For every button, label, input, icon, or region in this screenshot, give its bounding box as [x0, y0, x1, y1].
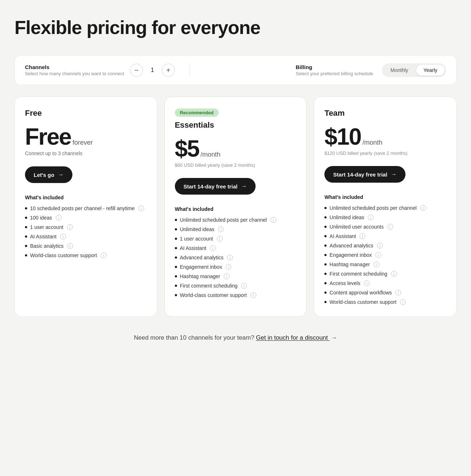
price-note-team: $120 USD billed yearly (save 2 months): [324, 150, 446, 156]
feature-bullet: [25, 235, 27, 238]
info-icon[interactable]: i: [391, 271, 397, 277]
info-icon[interactable]: i: [420, 205, 426, 211]
cta-button-essentials[interactable]: Start 14-day free trial →: [175, 178, 256, 195]
feature-text: AI Assistant: [30, 234, 56, 239]
info-icon[interactable]: i: [241, 283, 247, 289]
feature-item: 10 scheduled posts per channel - refill …: [25, 205, 147, 211]
quantity-value: 1: [149, 67, 156, 73]
feature-item: Unlimited scheduled posts per channel i: [175, 217, 297, 223]
feature-text: 1 user account: [30, 224, 63, 230]
info-icon[interactable]: i: [56, 215, 62, 221]
info-icon[interactable]: i: [364, 280, 370, 286]
feature-text: 100 ideas: [30, 215, 52, 221]
billing-controls: Channels Select how many channels you wa…: [14, 55, 457, 85]
feature-text: Engagement inbox: [180, 264, 222, 270]
feature-text: Engagement inbox: [329, 252, 372, 258]
plan-name-essentials: Essentials: [175, 120, 297, 130]
feature-item: First comment scheduling i: [175, 283, 297, 289]
plan-subtitle-free: Connect up to 3 channels: [25, 150, 147, 156]
feature-bullet: [175, 228, 177, 230]
feature-bullet: [324, 263, 327, 265]
features-title-essentials: What's included: [175, 206, 297, 212]
feature-item: Advanced analytics i: [324, 243, 446, 248]
price-suffix-free: forever: [72, 139, 93, 146]
info-icon[interactable]: i: [217, 236, 223, 242]
info-icon[interactable]: i: [374, 262, 379, 267]
feature-item: Hashtag manager i: [324, 262, 446, 267]
feature-bullet: [175, 256, 177, 259]
feature-bullet: [175, 275, 177, 277]
info-icon[interactable]: i: [67, 224, 73, 230]
yearly-toggle[interactable]: Yearly: [416, 65, 445, 76]
info-icon[interactable]: i: [368, 214, 374, 220]
info-icon[interactable]: i: [224, 273, 230, 279]
discount-link[interactable]: Get in touch for a discount: [256, 334, 329, 341]
feature-bullet: [324, 301, 327, 303]
cta-button-free[interactable]: Let's go →: [25, 166, 72, 183]
info-icon[interactable]: i: [251, 292, 256, 298]
feature-bullet: [175, 294, 177, 296]
feature-item: Unlimited scheduled posts per channel i: [324, 205, 446, 211]
price-suffix-essentials: /month: [201, 151, 220, 158]
feature-text: AI Assistant: [180, 245, 206, 251]
feature-text: First comment scheduling: [180, 283, 238, 289]
feature-item: World-class customer support i: [175, 292, 297, 298]
feature-text: Unlimited ideas: [329, 214, 364, 220]
info-icon[interactable]: i: [270, 217, 276, 223]
info-icon[interactable]: i: [359, 233, 365, 239]
info-icon[interactable]: i: [395, 290, 401, 296]
info-icon[interactable]: i: [387, 224, 393, 230]
recommended-badge: Recommended: [175, 109, 219, 117]
info-icon[interactable]: i: [400, 299, 406, 305]
plan-price-free: Free forever: [25, 125, 147, 148]
feature-item: Content approval workflows i: [324, 290, 446, 296]
features-title-team: What's included: [324, 194, 446, 200]
feature-item: Unlimited user accounts i: [324, 224, 446, 230]
feature-text: Advanced analytics: [180, 255, 224, 260]
info-icon[interactable]: i: [377, 243, 383, 248]
feature-text: Unlimited scheduled posts per channel: [329, 205, 416, 211]
feature-text: World-class customer support: [329, 299, 396, 305]
info-icon[interactable]: i: [101, 252, 106, 258]
cta-arrow-team: →: [391, 171, 397, 178]
plan-price-team: $10 /month: [324, 125, 446, 148]
feature-text: Unlimited user accounts: [329, 224, 383, 230]
feature-bullet: [25, 254, 27, 256]
info-icon[interactable]: i: [210, 245, 216, 251]
plan-card-free: Free Free forever Connect up to 3 channe…: [14, 97, 157, 317]
increment-button[interactable]: +: [162, 64, 175, 77]
feature-text: Unlimited ideas: [180, 226, 215, 232]
info-icon[interactable]: i: [226, 264, 231, 270]
info-icon[interactable]: i: [67, 243, 73, 249]
feature-item: Unlimited ideas i: [175, 226, 297, 232]
price-amount-essentials: $5: [175, 137, 199, 160]
feature-text: Content approval workflows: [329, 290, 392, 296]
feature-list-essentials: Unlimited scheduled posts per channel i …: [175, 217, 297, 298]
feature-bullet: [324, 235, 327, 237]
feature-bullet: [175, 266, 177, 268]
feature-bullet: [324, 245, 327, 247]
info-icon[interactable]: i: [375, 252, 381, 258]
feature-text: Hashtag manager: [329, 262, 370, 267]
feature-item: 1 user account i: [175, 236, 297, 242]
plan-card-team: Team $10 /month $120 USD billed yearly (…: [314, 97, 457, 317]
cta-arrow-essentials: →: [241, 183, 247, 190]
feature-text: 10 scheduled posts per channel - refill …: [30, 205, 135, 211]
channels-description: Select how many channels you want to con…: [25, 71, 124, 76]
feature-item: World-class customer support i: [324, 299, 446, 305]
billing-toggle: Monthly Yearly: [382, 63, 446, 77]
info-icon[interactable]: i: [218, 226, 224, 232]
cta-button-team[interactable]: Start 14-day free trial →: [324, 166, 405, 183]
info-icon[interactable]: i: [138, 205, 144, 211]
feature-bullet: [175, 238, 177, 240]
feature-bullet: [324, 292, 327, 294]
decrement-button[interactable]: −: [130, 64, 143, 77]
info-icon[interactable]: i: [227, 255, 233, 260]
channels-label-group: Channels Select how many channels you wa…: [25, 64, 124, 76]
monthly-toggle[interactable]: Monthly: [383, 65, 416, 76]
info-icon[interactable]: i: [60, 234, 66, 239]
feature-bullet: [324, 254, 327, 256]
features-title-free: What's included: [25, 195, 147, 200]
feature-bullet: [175, 285, 177, 287]
plan-name-free: Free: [25, 109, 147, 118]
